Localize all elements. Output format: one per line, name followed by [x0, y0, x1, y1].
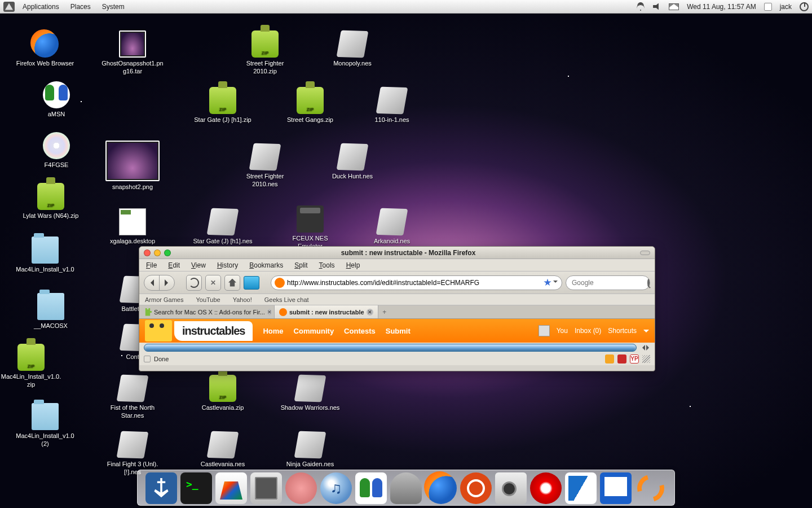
tab-close-icon[interactable]: ✕ [267, 309, 272, 316]
dock-term-icon[interactable] [180, 472, 212, 504]
desktop-icon-f4fgse[interactable]: F4FGSE [25, 132, 87, 169]
bookmark-armor-games[interactable]: Armor Games [145, 296, 183, 303]
bookmark-youtube[interactable]: YouTube [196, 296, 220, 303]
nav-home[interactable]: Home [263, 327, 283, 335]
forward-button[interactable] [159, 275, 175, 291]
desktop-icon-streetgangs[interactable]: Street Gangs.zip [279, 87, 341, 124]
desktop-icon-amsn[interactable]: aMSN [25, 81, 87, 119]
window-pill-icon[interactable] [640, 251, 650, 255]
menu-history[interactable]: History [217, 261, 238, 269]
dock-ff-icon[interactable] [425, 472, 457, 504]
menu-edit[interactable]: Edit [168, 261, 180, 269]
dock-ubuntu-icon[interactable] [460, 472, 492, 504]
new-tab-button[interactable]: + [378, 305, 391, 318]
menu-file[interactable]: File [146, 261, 157, 269]
dock-media-icon[interactable] [215, 472, 247, 504]
dock-mic-icon[interactable] [390, 472, 422, 504]
bookmark-yahoo-[interactable]: Yahoo! [233, 296, 252, 303]
window-titlebar[interactable]: submit : new instructable - Mozilla Fire… [139, 247, 655, 259]
scroll-right-icon[interactable] [646, 344, 652, 351]
desktop-icon-monopoly[interactable]: Monopoly.nes [321, 30, 383, 68]
scroll-left-icon[interactable] [639, 344, 646, 351]
dock-pic-icon[interactable] [600, 472, 632, 504]
username[interactable]: jack [780, 3, 792, 11]
url-dropdown-icon[interactable] [551, 277, 559, 289]
desktop-icon-mac4linzip[interactable]: Mac4Lin_Install_v1.0.zip [0, 344, 62, 389]
maximize-button[interactable] [164, 249, 171, 256]
desktop-icon-110in1[interactable]: 110-in-1.nes [361, 87, 423, 124]
user-checkbox-icon[interactable] [764, 3, 772, 11]
dock-anchor-icon[interactable] [145, 472, 177, 504]
desktop-icon-ghostsnap[interactable]: GhostOsnapsshot1.png16.tar [102, 30, 164, 76]
back-button[interactable] [144, 275, 160, 291]
close-button[interactable] [144, 249, 151, 256]
desktop-icon-firefox[interactable]: Firefox Web Browser [14, 30, 76, 68]
desktop-icon-stargatenes[interactable]: Star Gate (J) [h1].nes [192, 208, 254, 246]
dock-oo-icon[interactable] [565, 472, 597, 504]
search-icon[interactable] [647, 279, 650, 287]
hscroll-bar[interactable] [144, 344, 637, 352]
desktop-icon-fistnorth[interactable]: Fist of the North Star.nes [102, 375, 164, 420]
menu-help[interactable]: Help [346, 261, 360, 269]
resize-grip-icon[interactable] [642, 355, 650, 363]
reload-button[interactable] [186, 275, 202, 291]
menu-applications[interactable]: Applications [17, 3, 65, 11]
bookmark-geeks-live-chat[interactable]: Geeks Live chat [264, 296, 309, 303]
desktop-icon-sf2010zip[interactable]: Street Fighter 2010.zip [234, 30, 296, 76]
menu-system[interactable]: System [96, 3, 130, 11]
desktop-icon-shadowwar[interactable]: Shadow Warriors.nes [279, 375, 341, 412]
desktop-icon-fceux[interactable]: FCEUX NES Emulator [279, 205, 341, 251]
nav-submit[interactable]: Submit [386, 327, 411, 335]
desktop-icon-castlevaniazip[interactable]: Castlevania.zip [192, 375, 254, 412]
nav-inbox[interactable]: Inbox (0) [575, 327, 601, 335]
clock[interactable]: Wed 11 Aug, 11:57 AM [687, 3, 756, 11]
desktop-icon-sf2010nes[interactable]: Street Fighter 2010.nes [234, 143, 296, 189]
menu-bookmarks[interactable]: Bookmarks [249, 261, 283, 269]
desktop-icon-stargatezip[interactable]: Star Gate (J) [h1].zip [192, 87, 254, 124]
desktop-icon-lylat[interactable]: Lylat Wars (N64).zip [20, 183, 82, 220]
search-input[interactable] [572, 279, 647, 287]
home-button[interactable] [224, 275, 240, 291]
url-input[interactable] [287, 279, 544, 287]
mail-icon[interactable] [669, 3, 679, 10]
gnome-menu-icon[interactable] [3, 2, 15, 12]
nav-community[interactable]: Community [294, 327, 334, 335]
bookmark-star-icon[interactable] [544, 279, 551, 287]
desktop-icon-ninjagaiden[interactable]: Ninja Gaiden.nes [279, 431, 341, 468]
record-icon[interactable] [617, 354, 626, 364]
desktop-icon-mac4lin2[interactable]: Mac4Lin_Install_v1.0 (2) [14, 403, 76, 448]
dock-msn-icon[interactable] [355, 472, 387, 504]
yp-icon[interactable]: YP [630, 354, 639, 364]
menu-tools[interactable]: Tools [319, 261, 335, 269]
dock-calc-icon[interactable] [250, 472, 282, 504]
dock-brain-icon[interactable] [285, 472, 317, 504]
nav-contests[interactable]: Contests [344, 327, 376, 335]
desktop-icon-mac4lin1[interactable]: Mac4Lin_Install_v1.0 [14, 237, 76, 274]
site-logo[interactable]: instructables [174, 321, 253, 341]
desktop-icon-duckhunt[interactable]: Duck Hunt.nes [321, 143, 383, 181]
sound-icon[interactable] [605, 354, 614, 364]
tab[interactable]: Search for Mac OS X :: Add-ons for Fir..… [139, 305, 275, 318]
dock-itunes-icon[interactable] [320, 472, 352, 504]
wifi-icon[interactable] [636, 3, 645, 11]
avatar-icon[interactable] [539, 325, 550, 336]
dock-sync-icon[interactable] [635, 472, 667, 504]
menu-split[interactable]: Split [294, 261, 307, 269]
desktop-icon-snapshot2[interactable]: snapshot2.png [102, 141, 164, 191]
tab[interactable]: submit : new instructable✕ [275, 305, 378, 318]
caret-down-icon[interactable] [643, 330, 649, 335]
search-bar[interactable] [566, 275, 650, 290]
menu-places[interactable]: Places [65, 3, 96, 11]
desktop-icon-castlevanianes[interactable]: Castlevania.nes [192, 431, 254, 468]
menu-view[interactable]: View [191, 261, 206, 269]
desktop-icon-xgalaga[interactable]: xgalaga.desktop [102, 208, 164, 246]
stop-button[interactable] [205, 275, 221, 291]
dock-cam-icon[interactable] [495, 472, 527, 504]
nav-shortcuts[interactable]: Shortcuts [608, 327, 637, 335]
nav-you[interactable]: You [557, 327, 568, 335]
tab-close-icon[interactable]: ✕ [367, 309, 373, 316]
url-bar[interactable] [271, 275, 562, 290]
minimize-button[interactable] [154, 249, 161, 256]
sidebar-toggle-icon[interactable] [244, 276, 259, 290]
volume-icon[interactable] [653, 3, 661, 10]
